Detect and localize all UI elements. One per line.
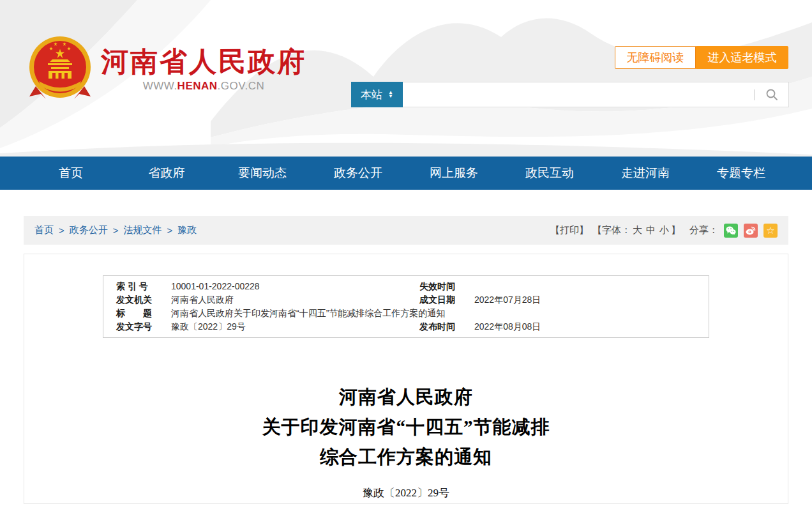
share-label: 分享： — [689, 224, 718, 236]
search-icon — [765, 88, 778, 101]
meta-value-title: 河南省人民政府关于印发河南省“十四五”节能减排综合工作方案的通知 — [171, 307, 445, 320]
nav-item-services[interactable]: 网上服务 — [406, 157, 502, 190]
nav-item-home[interactable]: 首页 — [23, 157, 119, 190]
font-label-suffix: 】 — [671, 224, 680, 235]
site-header: 河南省人民政府 WWW.HENAN.GOV.CN 无障碍阅读 进入适老模式 本站… — [0, 0, 812, 157]
weibo-icon — [746, 226, 756, 235]
font-size-medium[interactable]: 中 — [646, 224, 656, 235]
document-title-line2: 关于印发河南省“十四五”节能减排 — [24, 412, 788, 442]
meta-value-doc-number: 豫政〔2022〕29号 — [171, 320, 246, 333]
nav-item-topics[interactable]: 专题专栏 — [693, 157, 789, 190]
site-url-henan: HENAN — [177, 80, 218, 92]
meta-row: 标 题 河南省人民政府关于印发河南省“十四五”节能减排综合工作方案的通知 — [103, 307, 709, 320]
search-button[interactable] — [755, 88, 788, 101]
national-emblem-logo — [28, 34, 92, 102]
meta-label-title: 标 题 — [116, 307, 171, 320]
meta-value-publish-date: 2022年08月08日 — [474, 320, 541, 333]
search-input-wrap — [403, 82, 789, 107]
meta-label-publish-date: 发布时间 — [419, 320, 474, 333]
breadcrumb-home[interactable]: 首页 — [34, 224, 54, 236]
site-url-www: WWW. — [143, 80, 177, 92]
meta-label-doc-number: 发文字号 — [116, 320, 171, 333]
breadcrumb-yuzheng[interactable]: 豫政 — [177, 224, 197, 236]
breadcrumb-separator: > — [113, 225, 119, 236]
search-scope-label: 本站 — [361, 88, 382, 102]
meta-label-signed-date: 成文日期 — [419, 293, 474, 307]
meta-row: 发文字号 豫政〔2022〕29号 发布时间 2022年08月08日 — [103, 320, 709, 333]
elder-mode-button[interactable]: 进入适老模式 — [696, 46, 788, 69]
breadcrumb-gov-open[interactable]: 政务公开 — [70, 224, 108, 236]
site-brand[interactable]: 河南省人民政府 WWW.HENAN.GOV.CN — [28, 34, 306, 102]
nav-item-province[interactable]: 省政府 — [119, 157, 214, 190]
updown-arrows-icon: ▲▼ — [388, 91, 393, 98]
share-wechat-button[interactable] — [724, 224, 738, 238]
page-tools: 【打印】 【字体：大中小】 分享： ☆ — [550, 224, 778, 238]
accessibility-reading-button[interactable]: 无障碍阅读 — [615, 46, 696, 69]
meta-row: 发文机关 河南省人民政府 成文日期 2022年07月28日 — [103, 293, 709, 307]
breadcrumb-bar: 首页 > 政务公开 > 法规文件 > 豫政 【打印】 【字体：大中小】 分享： — [24, 216, 788, 245]
header-action-buttons: 无障碍阅读 进入适老模式 — [615, 46, 788, 69]
font-size-controls: 【字体：大中小】 — [592, 224, 680, 236]
font-size-large[interactable]: 大 — [633, 224, 642, 235]
search-input[interactable] — [403, 82, 754, 107]
font-label-prefix: 【字体： — [592, 224, 631, 235]
breadcrumb-separator: > — [59, 225, 64, 236]
meta-label-expiry: 失效时间 — [419, 280, 474, 293]
meta-row: 索 引 号 10001-01-2022-00228 失效时间 — [103, 280, 709, 293]
breadcrumb: 首页 > 政务公开 > 法规文件 > 豫政 — [34, 224, 197, 236]
breadcrumb-separator: > — [167, 225, 173, 236]
site-title: 河南省人民政府 — [101, 47, 306, 76]
search-bar: 本站 ▲▼ — [351, 82, 789, 107]
meta-label-issuing-agency: 发文机关 — [116, 293, 171, 307]
site-url-rest: .GOV.CN — [218, 80, 265, 92]
document-meta-table: 索 引 号 10001-01-2022-00228 失效时间 发文机关 河南省人… — [103, 275, 709, 338]
share-weibo-button[interactable] — [744, 224, 758, 238]
breadcrumb-regulations[interactable]: 法规文件 — [124, 224, 162, 236]
meta-label-index-no: 索 引 号 — [116, 280, 171, 293]
site-url: WWW.HENAN.GOV.CN — [101, 80, 306, 93]
wechat-icon — [726, 226, 736, 235]
favorite-star-icon: ☆ — [766, 226, 774, 235]
nav-item-news[interactable]: 要闻动态 — [214, 157, 310, 190]
nav-item-gov-open[interactable]: 政务公开 — [310, 157, 406, 190]
document-container: 索 引 号 10001-01-2022-00228 失效时间 发文机关 河南省人… — [24, 254, 788, 504]
font-size-small[interactable]: 小 — [659, 224, 669, 235]
document-title: 河南省人民政府 关于印发河南省“十四五”节能减排 综合工作方案的通知 — [24, 382, 788, 472]
main-nav: 首页 省政府 要闻动态 政务公开 网上服务 政民互动 走进河南 专题专栏 — [0, 157, 812, 190]
meta-value-index-no: 10001-01-2022-00228 — [171, 280, 260, 293]
document-title-line1: 河南省人民政府 — [24, 382, 788, 412]
document-number: 豫政〔2022〕29号 — [24, 486, 788, 500]
document-title-line3: 综合工作方案的通知 — [24, 442, 788, 472]
nav-item-interact[interactable]: 政民互动 — [502, 157, 598, 190]
search-scope-dropdown[interactable]: 本站 ▲▼ — [351, 82, 403, 107]
nav-item-about[interactable]: 走进河南 — [598, 157, 693, 190]
meta-value-issuing-agency: 河南省人民政府 — [171, 293, 234, 307]
meta-value-signed-date: 2022年07月28日 — [474, 293, 541, 307]
print-button[interactable]: 【打印】 — [550, 224, 589, 236]
share-favorite-button[interactable]: ☆ — [763, 224, 778, 238]
